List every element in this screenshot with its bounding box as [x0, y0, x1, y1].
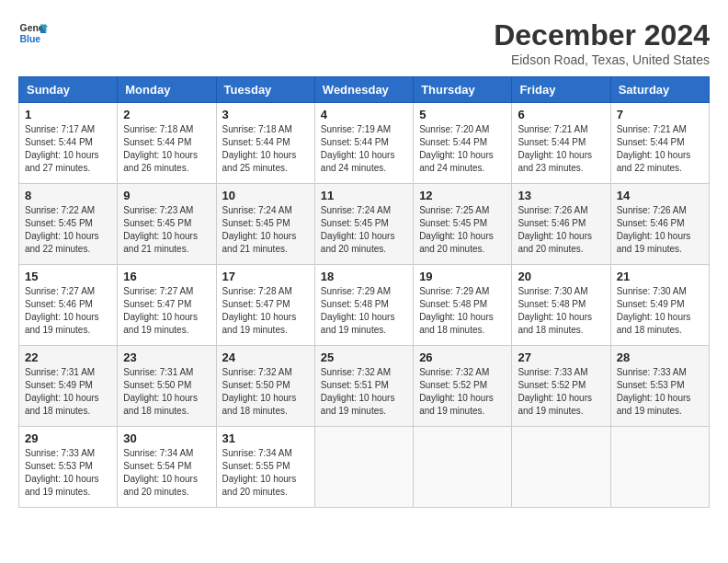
day-number: 29: [25, 431, 111, 445]
calendar-cell: 29 Sunrise: 7:33 AM Sunset: 5:53 PM Dayl…: [19, 427, 118, 508]
calendar-cell: 23 Sunrise: 7:31 AM Sunset: 5:50 PM Dayl…: [118, 346, 216, 427]
calendar-cell: 13 Sunrise: 7:26 AM Sunset: 5:46 PM Dayl…: [512, 184, 610, 265]
calendar-week-1: 1 Sunrise: 7:17 AM Sunset: 5:44 PM Dayli…: [19, 103, 710, 184]
day-number: 7: [617, 108, 703, 121]
day-info: Sunrise: 7:25 AM Sunset: 5:45 PM Dayligh…: [419, 204, 506, 256]
day-number: 19: [419, 270, 506, 283]
calendar-cell: 6 Sunrise: 7:21 AM Sunset: 5:44 PM Dayli…: [512, 103, 610, 184]
title-block: December 2024 Eidson Road, Texas, United…: [494, 18, 710, 67]
day-number: 30: [123, 431, 210, 445]
calendar-cell: 4 Sunrise: 7:19 AM Sunset: 5:44 PM Dayli…: [314, 103, 413, 184]
day-info: Sunrise: 7:21 AM Sunset: 5:44 PM Dayligh…: [617, 123, 703, 175]
day-number: 11: [321, 189, 407, 202]
day-info: Sunrise: 7:21 AM Sunset: 5:44 PM Dayligh…: [518, 123, 604, 175]
day-number: 26: [419, 350, 506, 364]
day-number: 27: [518, 350, 604, 364]
day-info: Sunrise: 7:32 AM Sunset: 5:51 PM Dayligh…: [321, 366, 407, 418]
calendar-cell: 25 Sunrise: 7:32 AM Sunset: 5:51 PM Dayl…: [314, 346, 413, 427]
calendar-week-2: 8 Sunrise: 7:22 AM Sunset: 5:45 PM Dayli…: [19, 184, 710, 265]
day-number: 31: [222, 431, 309, 445]
logo-icon: General Blue: [18, 18, 48, 48]
calendar-cell: 20 Sunrise: 7:30 AM Sunset: 5:48 PM Dayl…: [512, 265, 610, 346]
day-info: Sunrise: 7:29 AM Sunset: 5:48 PM Dayligh…: [419, 285, 506, 337]
day-number: 1: [25, 108, 111, 121]
day-info: Sunrise: 7:30 AM Sunset: 5:48 PM Dayligh…: [518, 285, 604, 337]
calendar-cell: 16 Sunrise: 7:27 AM Sunset: 5:47 PM Dayl…: [118, 265, 216, 346]
calendar-cell: 11 Sunrise: 7:24 AM Sunset: 5:45 PM Dayl…: [314, 184, 413, 265]
calendar-cell: 28 Sunrise: 7:33 AM Sunset: 5:53 PM Dayl…: [610, 346, 709, 427]
day-info: Sunrise: 7:34 AM Sunset: 5:55 PM Dayligh…: [222, 447, 309, 499]
day-info: Sunrise: 7:32 AM Sunset: 5:50 PM Dayligh…: [222, 366, 309, 418]
calendar-table: SundayMondayTuesdayWednesdayThursdayFrid…: [18, 76, 710, 508]
day-info: Sunrise: 7:30 AM Sunset: 5:49 PM Dayligh…: [617, 285, 703, 337]
day-info: Sunrise: 7:17 AM Sunset: 5:44 PM Dayligh…: [25, 123, 111, 175]
header-tuesday: Tuesday: [216, 77, 314, 103]
day-number: 21: [617, 270, 703, 283]
day-info: Sunrise: 7:31 AM Sunset: 5:50 PM Dayligh…: [123, 366, 210, 418]
day-number: 23: [123, 350, 210, 364]
calendar-cell: [512, 427, 610, 508]
day-number: 5: [419, 108, 506, 121]
calendar-cell: 15 Sunrise: 7:27 AM Sunset: 5:46 PM Dayl…: [19, 265, 118, 346]
calendar-cell: 22 Sunrise: 7:31 AM Sunset: 5:49 PM Dayl…: [19, 346, 118, 427]
day-info: Sunrise: 7:26 AM Sunset: 5:46 PM Dayligh…: [617, 204, 703, 256]
calendar-cell: 10 Sunrise: 7:24 AM Sunset: 5:45 PM Dayl…: [216, 184, 314, 265]
calendar-cell: 30 Sunrise: 7:34 AM Sunset: 5:54 PM Dayl…: [118, 427, 216, 508]
header-sunday: Sunday: [19, 77, 118, 103]
day-info: Sunrise: 7:33 AM Sunset: 5:52 PM Dayligh…: [518, 366, 604, 418]
day-number: 9: [123, 189, 210, 202]
calendar-cell: 21 Sunrise: 7:30 AM Sunset: 5:49 PM Dayl…: [610, 265, 709, 346]
day-info: Sunrise: 7:33 AM Sunset: 5:53 PM Dayligh…: [617, 366, 703, 418]
calendar-cell: [414, 427, 512, 508]
day-number: 6: [518, 108, 604, 121]
day-info: Sunrise: 7:34 AM Sunset: 5:54 PM Dayligh…: [123, 447, 210, 499]
day-info: Sunrise: 7:24 AM Sunset: 5:45 PM Dayligh…: [321, 204, 407, 256]
calendar-week-3: 15 Sunrise: 7:27 AM Sunset: 5:46 PM Dayl…: [19, 265, 710, 346]
calendar-cell: 14 Sunrise: 7:26 AM Sunset: 5:46 PM Dayl…: [610, 184, 709, 265]
calendar-cell: 5 Sunrise: 7:20 AM Sunset: 5:44 PM Dayli…: [414, 103, 512, 184]
day-number: 17: [222, 270, 309, 283]
day-info: Sunrise: 7:27 AM Sunset: 5:47 PM Dayligh…: [123, 285, 210, 337]
location: Eidson Road, Texas, United States: [494, 52, 710, 67]
day-number: 10: [222, 189, 309, 202]
day-number: 4: [321, 108, 407, 121]
calendar-cell: 24 Sunrise: 7:32 AM Sunset: 5:50 PM Dayl…: [216, 346, 314, 427]
calendar-week-4: 22 Sunrise: 7:31 AM Sunset: 5:49 PM Dayl…: [19, 346, 710, 427]
day-number: 3: [222, 108, 309, 121]
logo: General Blue: [18, 18, 48, 48]
day-info: Sunrise: 7:19 AM Sunset: 5:44 PM Dayligh…: [321, 123, 407, 175]
day-number: 18: [321, 270, 407, 283]
calendar-week-5: 29 Sunrise: 7:33 AM Sunset: 5:53 PM Dayl…: [19, 427, 710, 508]
month-title: December 2024: [494, 18, 710, 52]
day-number: 20: [518, 270, 604, 283]
day-info: Sunrise: 7:26 AM Sunset: 5:46 PM Dayligh…: [518, 204, 604, 256]
calendar-header-row: SundayMondayTuesdayWednesdayThursdayFrid…: [19, 77, 710, 103]
day-number: 12: [419, 189, 506, 202]
header-friday: Friday: [512, 77, 610, 103]
day-info: Sunrise: 7:24 AM Sunset: 5:45 PM Dayligh…: [222, 204, 309, 256]
page-header: General Blue December 2024 Eidson Road, …: [18, 18, 710, 67]
header-saturday: Saturday: [610, 77, 709, 103]
day-info: Sunrise: 7:22 AM Sunset: 5:45 PM Dayligh…: [25, 204, 111, 256]
calendar-cell: 18 Sunrise: 7:29 AM Sunset: 5:48 PM Dayl…: [314, 265, 413, 346]
calendar-cell: 8 Sunrise: 7:22 AM Sunset: 5:45 PM Dayli…: [19, 184, 118, 265]
day-number: 28: [617, 350, 703, 364]
svg-text:Blue: Blue: [20, 34, 41, 44]
calendar-cell: 9 Sunrise: 7:23 AM Sunset: 5:45 PM Dayli…: [118, 184, 216, 265]
day-number: 2: [123, 108, 210, 121]
calendar-cell: 1 Sunrise: 7:17 AM Sunset: 5:44 PM Dayli…: [19, 103, 118, 184]
day-number: 14: [617, 189, 703, 202]
header-monday: Monday: [118, 77, 216, 103]
day-number: 8: [25, 189, 111, 202]
calendar-cell: 19 Sunrise: 7:29 AM Sunset: 5:48 PM Dayl…: [414, 265, 512, 346]
day-number: 22: [25, 350, 111, 364]
day-info: Sunrise: 7:18 AM Sunset: 5:44 PM Dayligh…: [123, 123, 210, 175]
day-number: 25: [321, 350, 407, 364]
day-info: Sunrise: 7:31 AM Sunset: 5:49 PM Dayligh…: [25, 366, 111, 418]
day-number: 15: [25, 270, 111, 283]
day-info: Sunrise: 7:29 AM Sunset: 5:48 PM Dayligh…: [321, 285, 407, 337]
day-info: Sunrise: 7:27 AM Sunset: 5:46 PM Dayligh…: [25, 285, 111, 337]
calendar-cell: 12 Sunrise: 7:25 AM Sunset: 5:45 PM Dayl…: [414, 184, 512, 265]
calendar-cell: [610, 427, 709, 508]
day-number: 24: [222, 350, 309, 364]
